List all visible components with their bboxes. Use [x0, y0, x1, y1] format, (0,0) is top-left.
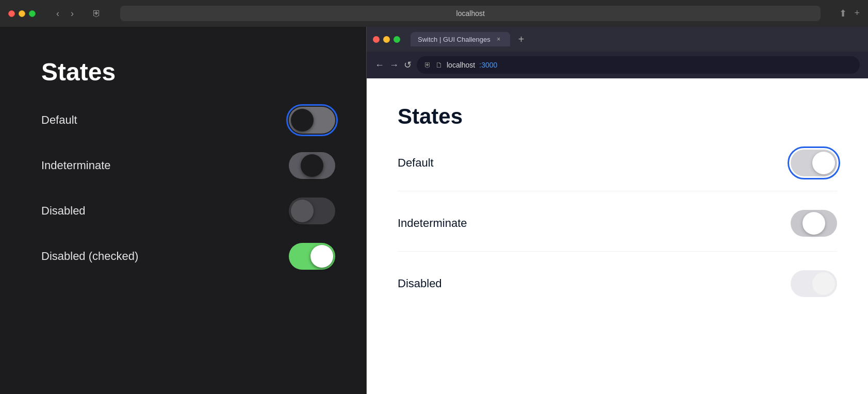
dark-knob-disabled [291, 200, 314, 222]
dark-label-disabled: Disabled [41, 204, 86, 218]
os-minimize-button[interactable] [19, 10, 25, 17]
light-label-indeterminate: Indeterminate [398, 217, 467, 230]
browser-tab-label: Switch | GUI Challenges [418, 36, 490, 43]
light-toggle-default[interactable] [791, 150, 837, 176]
dark-toggle-disabled [289, 198, 335, 224]
browser-new-tab-button[interactable]: + [518, 34, 525, 45]
light-label-default: Default [398, 156, 434, 170]
dark-toggle-indeterminate[interactable] [289, 152, 335, 179]
light-knob-disabled [812, 272, 835, 295]
os-traffic-lights [8, 10, 36, 17]
browser-page: States Default Indeterminate Disabled [367, 78, 868, 394]
os-maximize-button[interactable] [29, 10, 36, 17]
browser-window: Switch | GUI Challenges × + ← → ↺ ⛨ 🗋 lo… [366, 27, 868, 394]
dark-label-default: Default [41, 113, 77, 127]
browser-shield-icon: ⛨ [424, 61, 431, 69]
os-urlbar[interactable]: localhost [120, 6, 821, 21]
dark-knob-disabled-checked [310, 245, 333, 268]
browser-url-main: localhost [447, 61, 475, 69]
browser-maximize-button[interactable] [394, 36, 400, 43]
light-toggle-indeterminate[interactable] [791, 210, 837, 237]
dark-row-disabled: Disabled [41, 198, 335, 224]
dark-label-indeterminate: Indeterminate [41, 159, 111, 172]
browser-nav-bar: ← → ↺ ⛨ 🗋 localhost :3000 [367, 52, 868, 78]
browser-tab[interactable]: Switch | GUI Challenges × [411, 32, 510, 46]
browser-minimize-button[interactable] [383, 36, 390, 43]
browser-close-button[interactable] [373, 36, 380, 43]
dark-row-indeterminate: Indeterminate [41, 152, 335, 179]
browser-traffic-lights [373, 36, 400, 43]
dark-toggle-default[interactable] [289, 107, 335, 134]
light-toggle-disabled [791, 270, 837, 297]
os-share-icon[interactable]: ⬆ [839, 8, 847, 19]
dark-knob-indeterminate [301, 154, 323, 177]
os-nav-buttons: ‹ › [54, 7, 76, 20]
light-knob-default [812, 152, 835, 174]
os-newtab-icon[interactable]: + [854, 8, 860, 19]
dark-row-disabled-checked: Disabled (checked) [41, 243, 335, 270]
browser-tab-bar: Switch | GUI Challenges × + [367, 27, 868, 52]
dark-knob-default [291, 109, 314, 132]
light-row-default: Default [398, 150, 837, 191]
light-knob-indeterminate [803, 212, 825, 235]
light-row-disabled: Disabled [398, 270, 837, 311]
light-section-title: States [398, 104, 837, 129]
browser-document-icon: 🗋 [435, 61, 443, 69]
browser-reload-button[interactable]: ↺ [404, 59, 412, 71]
os-forward-button[interactable]: › [69, 7, 76, 20]
os-close-button[interactable] [8, 10, 15, 17]
browser-urlbar[interactable]: ⛨ 🗋 localhost :3000 [417, 56, 860, 74]
os-url-label: localhost [456, 9, 485, 18]
browser-back-button[interactable]: ← [375, 60, 384, 71]
light-row-indeterminate: Indeterminate [398, 210, 837, 252]
dark-row-default: Default [41, 107, 335, 134]
os-action-buttons: ⬆ + [839, 8, 860, 19]
dark-panel: States Default Indeterminate Disabled [0, 27, 366, 394]
browser-url-port: :3000 [479, 61, 497, 69]
browser-tab-close[interactable]: × [495, 35, 503, 43]
os-titlebar: ‹ › ⛨ localhost ⬆ + [0, 0, 868, 27]
os-back-button[interactable]: ‹ [54, 7, 61, 20]
dark-section-title: States [41, 58, 335, 86]
dark-label-disabled-checked: Disabled (checked) [41, 250, 138, 263]
browser-forward-button[interactable]: → [389, 60, 399, 71]
os-shield-icon: ⛨ [92, 8, 102, 19]
dark-panel-content: States Default Indeterminate Disabled [0, 27, 366, 394]
dark-toggle-disabled-checked [289, 243, 335, 270]
light-label-disabled: Disabled [398, 277, 442, 290]
